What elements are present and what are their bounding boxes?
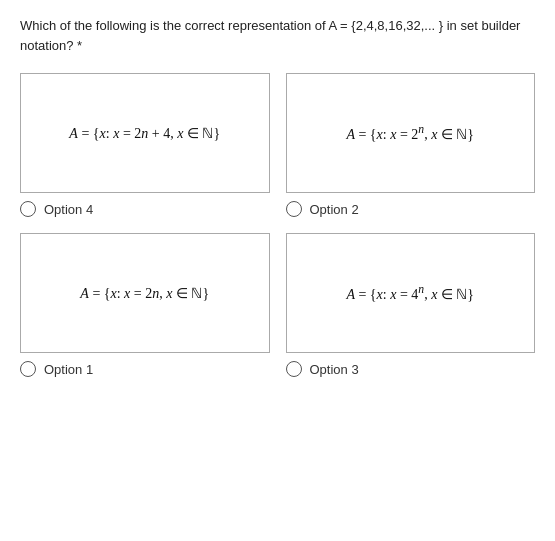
option-label-4: Option 4: [44, 202, 93, 217]
option-box-4: A = {x: x = 2n + 4, x ∈ ℕ}: [20, 73, 270, 193]
radio-option2[interactable]: [286, 201, 302, 217]
option-label-row-3[interactable]: Option 3: [286, 361, 359, 377]
option-item-1: A = {x: x = 2n, x ∈ ℕ} Option 1: [20, 233, 270, 377]
option-box-1: A = {x: x = 2n, x ∈ ℕ}: [20, 233, 270, 353]
option-formula-4: A = {x: x = 2n + 4, x ∈ ℕ}: [61, 117, 228, 150]
option-box-3: A = {x: x = 4n, x ∈ ℕ}: [286, 233, 536, 353]
option-label-row-4[interactable]: Option 4: [20, 201, 93, 217]
radio-option1[interactable]: [20, 361, 36, 377]
option-label-row-1[interactable]: Option 1: [20, 361, 93, 377]
radio-option3[interactable]: [286, 361, 302, 377]
option-label-2: Option 2: [310, 202, 359, 217]
option-label-row-2[interactable]: Option 2: [286, 201, 359, 217]
option-formula-2: A = {x: x = 2n, x ∈ ℕ}: [338, 115, 482, 151]
question-text: Which of the following is the correct re…: [20, 16, 535, 55]
radio-option4[interactable]: [20, 201, 36, 217]
options-grid: A = {x: x = 2n + 4, x ∈ ℕ} Option 4 A = …: [20, 73, 535, 377]
option-item-2: A = {x: x = 2n, x ∈ ℕ} Option 2: [286, 73, 536, 217]
option-label-3: Option 3: [310, 362, 359, 377]
option-label-1: Option 1: [44, 362, 93, 377]
option-box-2: A = {x: x = 2n, x ∈ ℕ}: [286, 73, 536, 193]
option-item-3: A = {x: x = 4n, x ∈ ℕ} Option 3: [286, 233, 536, 377]
option-item-4: A = {x: x = 2n + 4, x ∈ ℕ} Option 4: [20, 73, 270, 217]
option-formula-1: A = {x: x = 2n, x ∈ ℕ}: [72, 277, 217, 310]
option-formula-3: A = {x: x = 4n, x ∈ ℕ}: [338, 275, 482, 311]
